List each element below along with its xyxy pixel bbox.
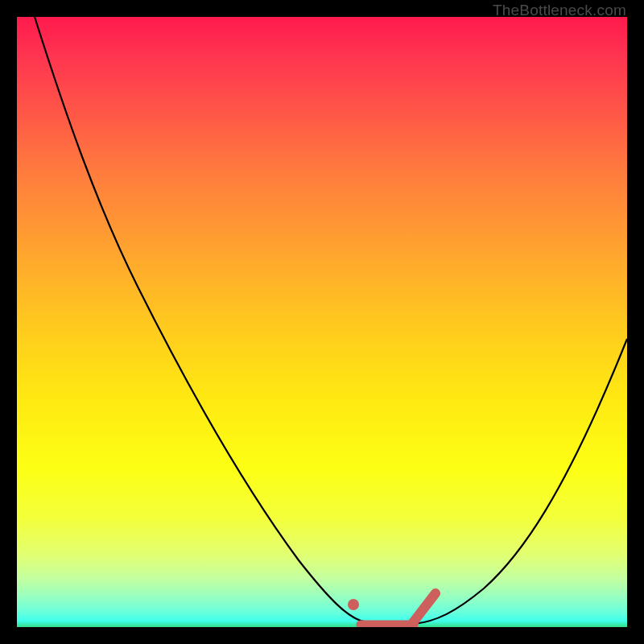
chart-svg — [17, 17, 627, 627]
plot-area — [17, 17, 627, 627]
marker-rise-segment — [411, 593, 436, 625]
bottleneck-curve-path — [35, 17, 627, 625]
marker-dot — [348, 599, 359, 610]
